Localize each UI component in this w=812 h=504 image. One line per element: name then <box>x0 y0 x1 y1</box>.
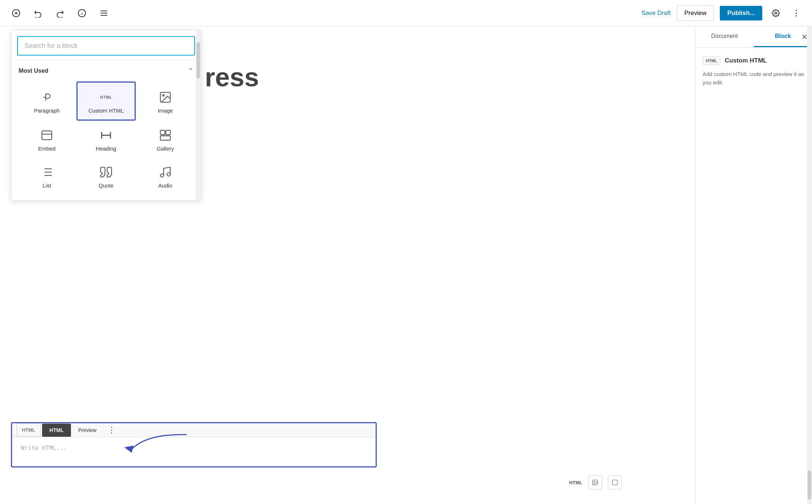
sidebar-block-name: Custom HTML <box>725 57 767 64</box>
block-item-quote[interactable]: Quote <box>76 158 136 194</box>
bottom-image-icon-button[interactable] <box>588 475 602 489</box>
sidebar-content: HTML Custom HTML Add custom HTML code an… <box>695 48 812 95</box>
editor-hero-area: ress <box>205 63 259 92</box>
gallery-icon <box>159 129 172 142</box>
search-block-container <box>11 30 201 60</box>
html-tab-active[interactable]: HTML <box>42 424 71 437</box>
add-block-button[interactable] <box>9 6 23 20</box>
main-layout: Most Used ⌃ Paragraph <box>0 26 812 504</box>
custom-html-label: Custom HTML <box>89 107 124 114</box>
right-sidebar: Document Block ✕ HTML Custom HTML Add cu… <box>695 26 812 504</box>
image-label: Image <box>158 107 173 114</box>
editor-area: Most Used ⌃ Paragraph <box>0 26 695 504</box>
html-badge-icon: HTML <box>100 95 112 99</box>
block-item-list[interactable]: List <box>17 158 76 194</box>
paragraph-icon <box>40 91 53 104</box>
svg-point-9 <box>775 12 777 14</box>
right-scroll-thumb <box>808 470 811 500</box>
block-grid: Paragraph HTML Custom HTML <box>11 79 201 200</box>
preview-button[interactable]: Preview <box>677 5 714 21</box>
svg-rect-32 <box>612 480 617 485</box>
quote-label: Quote <box>99 182 114 189</box>
publish-button[interactable]: Publish... <box>720 6 762 20</box>
sidebar-html-badge: HTML <box>703 56 721 65</box>
svg-rect-19 <box>166 130 170 135</box>
html-small-label: HTML <box>16 423 41 437</box>
undo-button[interactable] <box>31 6 45 20</box>
embed-icon <box>40 129 53 142</box>
html-block-toolbar: HTML HTML Preview ⋮ <box>12 423 376 437</box>
toolbar-left <box>9 6 111 20</box>
block-item-image[interactable]: Image <box>136 82 195 121</box>
svg-point-12 <box>163 95 165 96</box>
block-item-gallery[interactable]: Gallery <box>136 121 195 158</box>
paragraph-label: Paragraph <box>34 107 60 114</box>
svg-point-28 <box>167 173 170 176</box>
block-item-heading[interactable]: Heading <box>76 121 136 158</box>
bottom-html-label: HTML <box>569 480 582 485</box>
heading-label: Heading <box>96 145 116 152</box>
svg-point-27 <box>161 174 164 177</box>
block-item-paragraph[interactable]: Paragraph <box>17 82 76 121</box>
embed-label: Embed <box>38 145 56 152</box>
custom-html-icon: HTML <box>99 91 113 104</box>
svg-marker-29 <box>124 446 134 453</box>
list-view-button[interactable] <box>97 6 111 20</box>
toolbar-right: Save Draft Preview Publish... ⋮ <box>642 5 803 21</box>
tab-document[interactable]: Document <box>695 26 754 47</box>
toolbar: Save Draft Preview Publish... ⋮ <box>0 0 812 26</box>
sidebar-block-description: Add custom HTML code and preview it as y… <box>703 70 805 87</box>
most-used-header: Most Used ⌃ <box>11 60 201 79</box>
arrow-indicator <box>117 431 190 460</box>
sidebar-tabs: Document Block ✕ <box>695 26 812 48</box>
custom-html-header: HTML Custom HTML <box>703 56 805 65</box>
search-block-input[interactable] <box>17 36 195 56</box>
audio-icon <box>159 166 172 179</box>
image-icon <box>159 91 172 104</box>
info-button[interactable] <box>75 6 89 20</box>
svg-point-31 <box>594 481 594 482</box>
bottom-toolbar: HTML <box>569 475 622 489</box>
html-write-placeholder: Write HTML... <box>21 444 67 451</box>
collapse-button[interactable]: ⌃ <box>188 67 193 75</box>
html-tab-preview[interactable]: Preview <box>71 424 104 437</box>
svg-rect-18 <box>161 130 165 135</box>
save-draft-button[interactable]: Save Draft <box>642 10 671 17</box>
list-icon <box>40 166 53 179</box>
html-editor-body[interactable]: Write HTML... <box>12 437 376 466</box>
block-item-custom-html[interactable]: HTML Custom HTML <box>76 82 136 121</box>
svg-rect-20 <box>161 136 170 140</box>
block-item-audio[interactable]: Audio <box>136 158 195 194</box>
heading-icon <box>99 129 113 142</box>
gallery-label: Gallery <box>157 145 174 152</box>
audio-label: Audio <box>158 182 172 189</box>
block-item-embed[interactable]: Embed <box>17 121 76 158</box>
panel-scrollbar[interactable] <box>196 30 201 200</box>
block-inserter-panel: Most Used ⌃ Paragraph <box>11 30 201 201</box>
redo-button[interactable] <box>53 6 67 20</box>
right-scrollbar[interactable] <box>807 26 812 504</box>
settings-button[interactable] <box>768 5 783 21</box>
more-options-button[interactable]: ⋮ <box>789 5 803 21</box>
html-block-editor: HTML HTML Preview ⋮ Write HTML... <box>11 422 377 467</box>
hero-text: ress <box>205 62 259 92</box>
bottom-fullscreen-icon-button[interactable] <box>608 475 622 489</box>
most-used-title: Most Used <box>19 68 48 74</box>
quote-icon <box>99 166 113 179</box>
svg-rect-13 <box>42 131 52 140</box>
panel-scroll-thumb <box>196 42 200 79</box>
list-label: List <box>42 182 51 189</box>
